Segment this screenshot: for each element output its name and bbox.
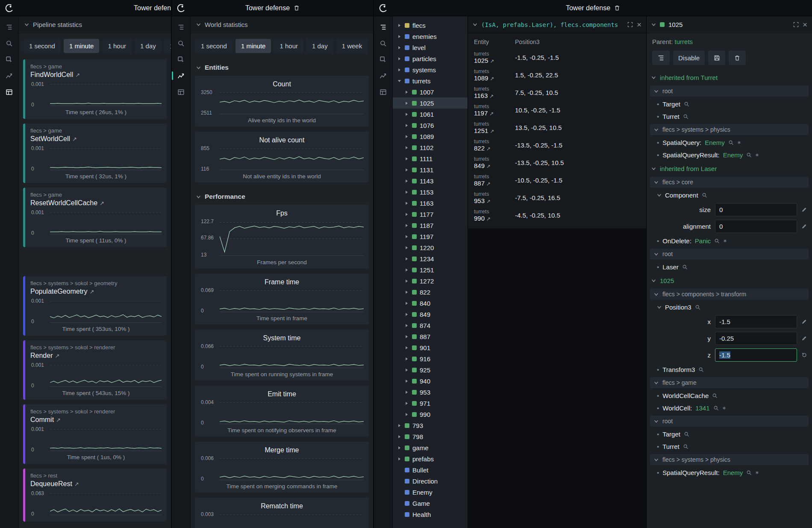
expand-icon[interactable] bbox=[404, 179, 409, 183]
tree-item[interactable]: 971 bbox=[393, 398, 468, 409]
chevron-down-icon[interactable] bbox=[473, 22, 477, 27]
expand-icon[interactable] bbox=[793, 22, 799, 27]
component-path-header[interactable]: root bbox=[650, 416, 809, 427]
expand-icon[interactable] bbox=[404, 135, 409, 139]
delete-button[interactable] bbox=[729, 50, 746, 65]
tree-item[interactable]: 916 bbox=[393, 353, 468, 364]
magnifier-icon[interactable] bbox=[712, 393, 718, 398]
query-expression[interactable]: (IsA, prefabs.Laser), flecs.components bbox=[481, 21, 624, 28]
collapse-icon[interactable] bbox=[397, 79, 402, 83]
expand-icon[interactable] bbox=[397, 435, 402, 439]
component-path-header[interactable]: root bbox=[650, 86, 809, 97]
trash-icon[interactable] bbox=[294, 5, 300, 11]
tree-item[interactable]: 1007 bbox=[393, 86, 468, 97]
time-range-button[interactable]: 1 week bbox=[165, 39, 171, 53]
time-range-button[interactable]: 1 day bbox=[306, 39, 333, 53]
tag-row[interactable]: •Turret bbox=[647, 440, 812, 453]
expand-icon[interactable] bbox=[404, 212, 409, 216]
field-value-input[interactable]: -1.5 bbox=[715, 315, 797, 328]
expand-icon[interactable] bbox=[404, 201, 409, 205]
component-path-header[interactable]: flecs > systems > physics bbox=[650, 454, 809, 465]
expand-icon[interactable] bbox=[397, 457, 402, 461]
expand-icon[interactable] bbox=[404, 168, 409, 172]
magnifier-icon[interactable] bbox=[682, 264, 688, 270]
expand-icon[interactable] bbox=[404, 124, 409, 127]
stats-table-icon[interactable] bbox=[2, 85, 17, 99]
goto-icon[interactable]: ↗ bbox=[490, 76, 494, 82]
pair-row[interactable]: •WorldCell:1341 bbox=[647, 402, 812, 414]
tree-item[interactable]: turrets bbox=[393, 75, 468, 86]
expand-icon[interactable] bbox=[404, 101, 409, 105]
goto-icon[interactable]: ↗ bbox=[56, 417, 61, 423]
tree-item[interactable]: 1220 bbox=[393, 242, 468, 253]
goto-icon[interactable]: ↗ bbox=[486, 146, 491, 152]
tree-item[interactable]: level bbox=[393, 42, 468, 53]
expand-icon[interactable] bbox=[404, 268, 409, 272]
magnifier-icon[interactable] bbox=[683, 114, 688, 119]
expand-icon[interactable] bbox=[404, 224, 409, 227]
time-range-button[interactable]: 1 second bbox=[195, 39, 232, 53]
tag-row[interactable]: •WorldCellCache bbox=[647, 389, 812, 402]
tree-item[interactable]: 1102 bbox=[393, 142, 468, 153]
chevron-down-icon[interactable] bbox=[651, 22, 656, 27]
expand-icon[interactable] bbox=[404, 346, 409, 350]
expand-icon[interactable] bbox=[404, 324, 409, 327]
stats-section-header[interactable]: Performance bbox=[191, 188, 373, 205]
time-range-button[interactable]: 1 second bbox=[24, 39, 61, 53]
goto-icon[interactable]: ↗ bbox=[55, 353, 59, 359]
tag-row[interactable]: •Turret bbox=[647, 110, 812, 123]
tree-item[interactable]: 1272 bbox=[393, 275, 468, 286]
magnifier-icon[interactable] bbox=[698, 367, 704, 372]
time-range-button[interactable]: 1 minute bbox=[64, 39, 100, 53]
tree-item[interactable]: Bullet bbox=[393, 464, 468, 475]
tree-item[interactable]: 1177 bbox=[393, 209, 468, 220]
tree-item[interactable]: 1251 bbox=[393, 264, 468, 275]
expand-icon[interactable] bbox=[404, 90, 409, 94]
query-result-row[interactable]: turrets990↗-4.5, -0.25, 10.5 bbox=[468, 206, 646, 224]
tree-item[interactable]: 1089 bbox=[393, 131, 468, 142]
expand-icon[interactable] bbox=[404, 257, 409, 261]
close-icon[interactable]: × bbox=[637, 21, 641, 29]
chart-icon[interactable] bbox=[174, 68, 189, 83]
component-row[interactable]: Component bbox=[647, 189, 812, 201]
expand-icon[interactable] bbox=[627, 22, 633, 27]
tree-item[interactable]: 874 bbox=[393, 320, 468, 331]
chevron-down-icon[interactable] bbox=[657, 305, 662, 310]
magnifier-icon[interactable] bbox=[746, 152, 752, 158]
magnifier-icon[interactable] bbox=[695, 304, 700, 310]
query-result-row[interactable]: turrets953↗-7.5, -0.25, 16.5 bbox=[468, 189, 646, 206]
expand-icon[interactable] bbox=[404, 290, 409, 294]
pair-row[interactable]: •SpatialQuery:Enemy bbox=[647, 136, 812, 149]
time-range-button[interactable]: 1 hour bbox=[274, 39, 303, 53]
tree-item[interactable]: 1187 bbox=[393, 220, 468, 231]
tree-item[interactable]: prefabs bbox=[393, 453, 468, 464]
tree-item[interactable]: flecs bbox=[393, 20, 468, 31]
tree-item[interactable]: 1163 bbox=[393, 198, 468, 209]
goto-icon[interactable]: ↗ bbox=[489, 93, 494, 99]
tree-item[interactable]: 953 bbox=[393, 386, 468, 398]
flecs-logo-icon[interactable] bbox=[176, 3, 186, 13]
magnifier-icon[interactable] bbox=[702, 192, 707, 198]
system-name[interactable]: Render↗ bbox=[30, 352, 162, 360]
magnifier-icon[interactable] bbox=[684, 431, 689, 437]
field-value-input[interactable]: -0.25 bbox=[715, 332, 797, 345]
toggle-tree-button[interactable] bbox=[652, 50, 670, 65]
system-name[interactable]: FindWorldCell↗ bbox=[30, 71, 162, 79]
component-path-header[interactable]: flecs > systems > physics bbox=[650, 124, 809, 135]
expand-icon[interactable] bbox=[404, 146, 409, 150]
pair-value-link[interactable]: Enemy bbox=[705, 139, 725, 146]
panel-header[interactable]: World statistics bbox=[191, 16, 373, 33]
expand-icon[interactable] bbox=[404, 279, 409, 283]
tree-item[interactable]: systems bbox=[393, 64, 468, 75]
tree-item[interactable]: 1197 bbox=[393, 231, 468, 242]
tree-item[interactable]: Game bbox=[393, 498, 468, 509]
tree-item[interactable]: 1131 bbox=[393, 164, 468, 175]
search-icon[interactable] bbox=[2, 36, 17, 50]
disable-button[interactable]: Disable bbox=[673, 50, 705, 65]
close-icon[interactable]: × bbox=[803, 21, 807, 29]
inspector-section-header[interactable]: 1025 bbox=[647, 273, 812, 287]
expand-icon[interactable] bbox=[404, 368, 409, 372]
goto-icon[interactable]: ↗ bbox=[490, 128, 494, 134]
time-range-button[interactable]: 1 week bbox=[336, 39, 368, 53]
query-result-row[interactable]: turrets1197↗10.5, -0.25, -1.5 bbox=[468, 101, 646, 119]
